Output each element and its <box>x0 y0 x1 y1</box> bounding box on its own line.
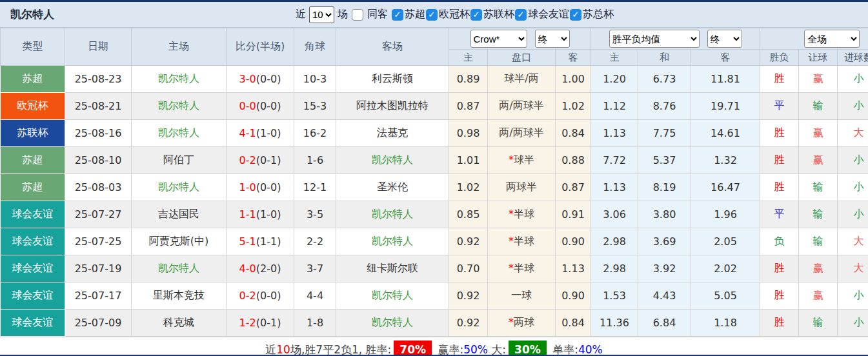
handicap-line-cell: *半球 <box>488 255 556 282</box>
competition-type-cell: 球会友谊 <box>1 255 65 282</box>
competition-badge: 苏超 <box>1 147 65 173</box>
league-checkbox[interactable]: ✓ <box>426 9 438 21</box>
avg-away-odds-cell: 2.05 <box>691 228 760 255</box>
match-table-wrap: 类型 日期 主场 比分(半场) 角球 客场 Crow* 终 <box>0 28 868 337</box>
handicap-time-select[interactable]: 终 <box>535 30 570 48</box>
avg-away-odds-cell: 11.81 <box>691 66 760 93</box>
recent-count-select[interactable]: 10 <box>309 6 334 23</box>
away-team-link[interactable]: 纽卡斯尔联 <box>336 255 449 282</box>
avg-odds-select[interactable]: 胜平负均值 <box>609 30 700 48</box>
match-history-panel: 凯尔特人 近 10 场 同客 ✓ 苏超 ✓ 欧冠杯 ✓ 苏联杯 ✓ 球会友谊 ✓… <box>0 0 868 356</box>
league-filter-item: ✓ 欧冠杯 <box>425 8 470 21</box>
home-team-link[interactable]: 里斯本竞技 <box>132 282 227 310</box>
summary-segment: 10 <box>276 343 290 356</box>
away-team-link[interactable]: 阿拉木图凯拉特 <box>336 93 449 120</box>
away-team-link[interactable]: 圣米伦 <box>336 174 449 201</box>
competition-type-cell: 球会友谊 <box>1 310 65 337</box>
home-team-link[interactable]: 吉达国民 <box>132 201 227 228</box>
table-row: 球会友谊 25-07-17 里斯本竞技 0-2(0-0) 4-4 凯尔特人 0.… <box>1 282 868 310</box>
corner-cell: 16-2 <box>294 120 336 147</box>
summary-segment: 单率: <box>549 342 578 356</box>
goals-result-cell: 小 <box>838 174 868 201</box>
away-team-link[interactable]: 法基克 <box>336 120 449 147</box>
league-filter-item: ✓ 苏联杯 <box>470 8 514 21</box>
avg-draw-odds-cell: 3.80 <box>638 201 691 228</box>
summary-segment: 70% <box>394 341 432 356</box>
league-checkbox[interactable]: ✓ <box>392 9 403 21</box>
table-row: 欧冠杯 25-08-21 凯尔特人 0-0(0-0) 15-3 阿拉木图凯拉特 … <box>1 93 868 120</box>
handicap-line-cell: 球半/两 <box>488 66 556 93</box>
competition-type-cell: 球会友谊 <box>1 282 65 310</box>
score-cell: 1-1(1-0) <box>227 201 294 228</box>
match-scope-select[interactable]: 全场 <box>804 30 860 48</box>
handicap-result-cell: 输 <box>799 174 838 201</box>
same-venue-checkbox[interactable] <box>352 9 363 21</box>
away-team-link[interactable]: 凯尔特人 <box>336 310 449 337</box>
handicap-away-odds-cell: 1.02 <box>556 93 591 120</box>
table-row: 苏超 25-08-10 阿伯丁 0-2(0-1) 1-6 凯尔特人 1.01 *… <box>1 147 868 174</box>
avg-away-odds-cell: 19.71 <box>691 93 760 120</box>
col-header-score: 比分(半场) <box>227 28 294 66</box>
away-team-link[interactable]: 凯尔特人 <box>336 201 449 228</box>
corner-cell: 4-4 <box>294 282 336 310</box>
home-team-link[interactable]: 凯尔特人 <box>132 120 227 147</box>
home-team-link[interactable]: 凯尔特人 <box>132 93 227 120</box>
avg-draw-odds-cell: 8.19 <box>638 174 691 201</box>
score-cell: 4-1(1-0) <box>227 120 294 147</box>
home-team-link[interactable]: 阿伯丁 <box>132 147 227 174</box>
handicap-away-odds-cell: 1.00 <box>556 66 591 93</box>
league-filter-item: ✓ 球会友谊 <box>514 8 569 21</box>
league-checkbox[interactable]: ✓ <box>515 9 527 21</box>
date-cell: 25-08-16 <box>65 120 132 147</box>
avg-dropdown-cell: 胜平负均值 终 <box>591 28 760 50</box>
home-team-link[interactable]: 凯尔特人 <box>132 255 227 282</box>
summary-segment: 大: <box>488 342 506 356</box>
corner-cell: 3-7 <box>294 255 336 282</box>
title-bar: 凯尔特人 近 10 场 同客 ✓ 苏超 ✓ 欧冠杯 ✓ 苏联杯 ✓ 球会友谊 ✓… <box>0 2 868 28</box>
handicap-home-odds-cell: 0.98 <box>449 120 488 147</box>
avg-draw-odds-cell: 8.76 <box>638 93 691 120</box>
home-team-link[interactable]: 凯尔特人 <box>132 66 227 93</box>
away-team-link[interactable]: 凯尔特人 <box>336 228 449 255</box>
handicap-home-odds-cell: 0.92 <box>449 282 488 310</box>
result-cell: 胜 <box>760 255 799 282</box>
subcol-handicap-result: 让球 <box>799 50 838 66</box>
competition-badge: 球会友谊 <box>1 228 65 255</box>
away-team-link[interactable]: 凯尔特人 <box>336 282 449 310</box>
league-label: 苏超 <box>405 8 425 21</box>
home-team-link[interactable]: 阿贾克斯(中) <box>132 228 227 255</box>
avg-home-odds-cell: 1.20 <box>591 66 638 93</box>
summary-segment: 场,胜7平2负1, 胜率: <box>290 342 391 356</box>
handicap-away-odds-cell: 0.88 <box>556 147 591 174</box>
result-cell: 胜 <box>760 174 799 201</box>
away-team-link[interactable]: 凯尔特人 <box>336 147 449 174</box>
col-header-type: 类型 <box>1 28 65 66</box>
away-team-link[interactable]: 利云斯顿 <box>336 66 449 93</box>
home-team-link[interactable]: 科克城 <box>132 310 227 337</box>
corner-cell: 1-6 <box>294 147 336 174</box>
avg-away-odds-cell: 16.47 <box>691 174 760 201</box>
date-cell: 25-07-17 <box>65 282 132 310</box>
goals-result-cell: 小 <box>838 93 868 120</box>
handicap-line-cell: 一球 <box>488 282 556 310</box>
competition-type-cell: 球会友谊 <box>1 228 65 255</box>
league-label: 苏总杯 <box>583 8 614 21</box>
match-table: 类型 日期 主场 比分(半场) 角球 客场 Crow* 终 <box>0 28 868 337</box>
result-cell: 胜 <box>760 282 799 310</box>
corner-cell: 15-3 <box>294 93 336 120</box>
col-header-away: 客场 <box>336 28 449 66</box>
competition-badge: 欧冠杯 <box>1 93 65 119</box>
league-checkbox[interactable]: ✓ <box>470 9 482 21</box>
subcol-avg-draw: 和 <box>638 50 691 66</box>
result-cell: 负 <box>760 228 799 255</box>
league-filter-item: ✓ 苏超 <box>391 8 425 21</box>
avg-away-odds-cell: 5.05 <box>691 282 760 310</box>
avg-time-select[interactable]: 终 <box>707 30 742 48</box>
home-team-link[interactable]: 凯尔特人 <box>132 174 227 201</box>
result-cell: 胜 <box>760 66 799 93</box>
league-checkbox[interactable]: ✓ <box>570 9 581 21</box>
bookmaker-select[interactable]: Crow* <box>470 30 527 48</box>
goals-result-cell: 小 <box>838 66 868 93</box>
league-label: 苏联杯 <box>483 8 514 21</box>
avg-away-odds-cell: 1.32 <box>691 147 760 174</box>
